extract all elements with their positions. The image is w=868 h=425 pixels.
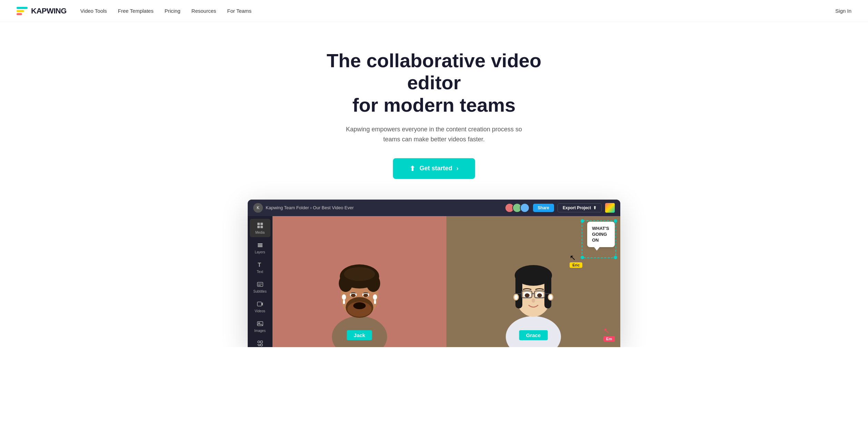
name-grace: Grace bbox=[526, 332, 541, 338]
svg-point-35 bbox=[353, 302, 366, 309]
get-started-button[interactable]: ⬆ Get started › bbox=[393, 158, 475, 179]
logo-text: KAPWING bbox=[31, 7, 67, 16]
folder-icon: K bbox=[253, 203, 263, 213]
editor-window: K Kapwing Team Folder › Our Best Video E… bbox=[248, 200, 620, 347]
editor-body: Media Layers T bbox=[248, 216, 620, 347]
editor-topbar: K Kapwing Team Folder › Our Best Video E… bbox=[248, 200, 620, 216]
svg-point-14 bbox=[258, 341, 260, 343]
svg-point-50 bbox=[525, 293, 530, 297]
svg-rect-11 bbox=[257, 302, 262, 306]
logo-icon bbox=[17, 7, 28, 15]
svg-rect-0 bbox=[257, 223, 260, 225]
svg-point-16 bbox=[260, 344, 263, 346]
svg-point-59 bbox=[549, 295, 552, 300]
svg-point-57 bbox=[532, 298, 535, 303]
sign-in-link[interactable]: Sign In bbox=[835, 8, 851, 14]
collaborator-cursor-em: ↖ Em bbox=[603, 326, 615, 342]
export-button[interactable]: Export Project ⬆ bbox=[558, 203, 602, 212]
layers-icon bbox=[256, 241, 264, 249]
sidebar-item-images[interactable]: Images bbox=[250, 317, 270, 335]
hero-title-line1: The collaborative video editor bbox=[327, 50, 541, 93]
arrow-icon: › bbox=[456, 165, 458, 172]
svg-point-27 bbox=[344, 267, 375, 281]
avatar-3 bbox=[520, 203, 530, 213]
logo-bar-2 bbox=[17, 10, 24, 12]
subtitles-icon bbox=[256, 281, 264, 288]
videos-icon bbox=[256, 300, 264, 308]
sidebar-label-media: Media bbox=[255, 231, 265, 234]
svg-rect-44 bbox=[515, 274, 522, 308]
cursor-eric-pointer: ↖ bbox=[570, 254, 582, 262]
svg-rect-15 bbox=[260, 341, 263, 343]
editor-path: Kapwing Team Folder › Our Best Video Eve… bbox=[266, 205, 354, 210]
nav-for-teams[interactable]: For Teams bbox=[227, 8, 252, 14]
editor-canvas: Jack WHAT'SG bbox=[273, 216, 620, 347]
share-button[interactable]: Share bbox=[533, 204, 554, 212]
navbar: KAPWING Video Tools Free Templates Prici… bbox=[0, 0, 868, 22]
sidebar-label-videos: Videos bbox=[255, 309, 265, 313]
svg-rect-4 bbox=[258, 243, 263, 244]
sidebar-item-media[interactable]: Media bbox=[250, 219, 270, 237]
cursor-em-label: Em bbox=[603, 336, 615, 342]
svg-point-30 bbox=[351, 294, 356, 297]
name-tag-grace: Grace bbox=[519, 330, 548, 340]
svg-rect-2 bbox=[257, 226, 260, 228]
sidebar-label-images: Images bbox=[254, 329, 266, 333]
hero-section: The collaborative video editor for moder… bbox=[0, 22, 868, 200]
speech-bubble: WHAT'SGOINGON bbox=[587, 222, 615, 247]
handle-tr[interactable] bbox=[614, 219, 617, 223]
svg-rect-8 bbox=[257, 282, 263, 286]
svg-rect-45 bbox=[544, 274, 551, 308]
hero-title-line2: for modern teams bbox=[353, 94, 516, 116]
editor-sidebar: Media Layers T bbox=[248, 216, 273, 347]
nav-pricing[interactable]: Pricing bbox=[165, 8, 180, 14]
upload-icon: ⬆ bbox=[410, 164, 415, 173]
cursor-em-pointer: ↖ bbox=[603, 326, 615, 335]
svg-point-31 bbox=[363, 294, 368, 297]
sidebar-item-elements[interactable]: Elements bbox=[250, 337, 270, 347]
cursor-eric-label: Eric bbox=[570, 262, 582, 268]
nav-video-tools[interactable]: Video Tools bbox=[80, 8, 107, 14]
sidebar-label-subtitles: Subtitles bbox=[253, 290, 266, 293]
nav-free-templates[interactable]: Free Templates bbox=[118, 8, 154, 14]
avatar-group bbox=[505, 203, 530, 213]
handle-br[interactable] bbox=[614, 256, 617, 259]
svg-rect-39 bbox=[374, 300, 376, 304]
export-label: Export Project bbox=[563, 205, 591, 210]
nav-resources[interactable]: Resources bbox=[191, 8, 216, 14]
handle-tl[interactable] bbox=[581, 219, 584, 223]
logo[interactable]: KAPWING bbox=[17, 7, 67, 16]
editor-preview: K Kapwing Team Folder › Our Best Video E… bbox=[0, 200, 868, 347]
hero-title: The collaborative video editor for moder… bbox=[313, 50, 555, 116]
name-tag-jack: Jack bbox=[347, 330, 372, 340]
svg-rect-1 bbox=[260, 223, 263, 225]
svg-text:T: T bbox=[258, 262, 261, 268]
svg-point-36 bbox=[342, 294, 346, 300]
sidebar-item-videos[interactable]: Videos bbox=[250, 297, 270, 316]
sidebar-item-text[interactable]: T Text bbox=[250, 258, 270, 276]
sidebar-label-layers: Layers bbox=[255, 250, 265, 254]
video-left: Jack bbox=[273, 216, 446, 347]
svg-point-37 bbox=[373, 294, 377, 300]
speech-text: WHAT'SGOINGON bbox=[592, 226, 609, 243]
sidebar-item-subtitles[interactable]: Subtitles bbox=[250, 278, 270, 296]
cta-label: Get started bbox=[420, 165, 452, 172]
images-icon bbox=[256, 320, 264, 327]
video-grid: Jack WHAT'SG bbox=[273, 216, 620, 347]
text-icon: T bbox=[256, 261, 264, 269]
logo-bar-3 bbox=[17, 13, 22, 15]
sidebar-item-layers[interactable]: Layers bbox=[250, 239, 270, 257]
svg-rect-3 bbox=[260, 226, 263, 228]
svg-rect-38 bbox=[343, 300, 345, 304]
video-right: WHAT'SGOINGON ↖ Eric bbox=[446, 216, 620, 347]
media-icon bbox=[256, 222, 264, 229]
name-jack: Jack bbox=[354, 332, 365, 338]
logo-bar-1 bbox=[17, 7, 28, 9]
svg-point-58 bbox=[514, 295, 518, 300]
color-swatch[interactable] bbox=[605, 203, 615, 213]
editor-topbar-right: Share Export Project ⬆ bbox=[505, 203, 615, 213]
svg-point-51 bbox=[537, 293, 542, 297]
collaborator-cursor-eric: ↖ Eric bbox=[570, 254, 582, 268]
editor-breadcrumb: K Kapwing Team Folder › Our Best Video E… bbox=[253, 203, 354, 213]
elements-icon bbox=[256, 340, 264, 347]
